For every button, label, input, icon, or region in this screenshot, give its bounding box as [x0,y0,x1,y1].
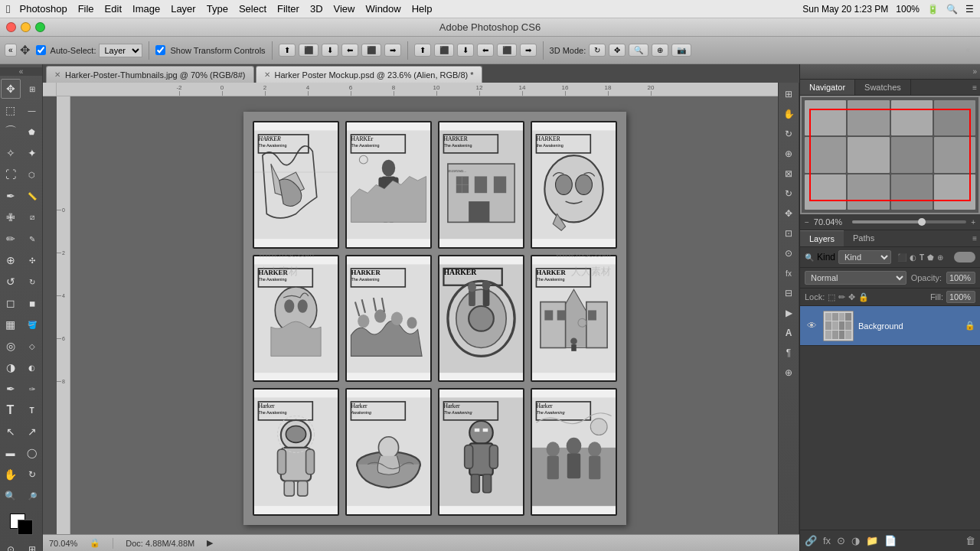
minimize-button[interactable] [21,22,31,32]
3d-zoom[interactable]: 🔍 [629,44,648,57]
path-select[interactable]: ↖ [1,422,21,442]
single-row-marquee[interactable]: — [22,100,42,120]
link-layers-btn[interactable]: 🔗 [805,535,817,546]
ruler-tool[interactable]: 📏 [22,186,42,206]
menu-select[interactable]: Select [239,3,266,15]
info-tool[interactable]: ⊕ [780,364,797,381]
panel-collapse-left[interactable]: « [5,44,17,57]
camera-tool[interactable]: ⊙ [780,245,797,262]
panel-menu-icon[interactable]: ≡ [972,83,977,92]
zoom-tool[interactable]: 🔍 [1,486,21,506]
filter-toggle[interactable] [954,252,975,262]
tab-0[interactable]: ✕ Harker-Poster-Thumbnails.jpg @ 70% (RG… [46,66,254,83]
play-rt-tool[interactable]: ▶ [780,305,797,321]
menu-window[interactable]: Window [365,3,400,15]
filter-type-icon[interactable]: T [920,253,924,262]
lock-all-icon[interactable]: 🔒 [858,292,869,302]
polygonal-lasso[interactable]: ⬟ [22,122,42,142]
new-adj-layer-btn[interactable]: ◑ [851,535,860,546]
background-color[interactable] [18,520,33,535]
panel-options-btn[interactable]: » [972,67,977,76]
lock-move-icon[interactable]: ✥ [848,292,855,302]
filter-kind-select[interactable]: Kind Name Effect Mode Attribute Color [838,250,891,264]
menu-help[interactable]: Help [412,3,433,15]
direct-select[interactable]: ↗ [22,422,42,442]
menu-photoshop[interactable]: Photoshop [19,3,67,15]
marquee-tool[interactable]: ⬚ [1,100,21,120]
align-hcenter[interactable]: ⬛ [361,44,381,57]
transform-checkbox[interactable] [155,45,165,55]
clone-tool[interactable]: ⊕ [1,250,21,270]
magic-wand[interactable]: ✦ [22,143,42,163]
layer-visibility-eye[interactable]: 👁 [805,319,818,333]
align-vcenter[interactable]: ⬛ [299,44,318,57]
fx-tool[interactable]: fx [780,265,797,282]
3d-camera[interactable]: 📷 [671,44,691,57]
distribute-vc[interactable]: ⬛ [434,44,454,57]
dodge-tool[interactable]: ◑ [1,357,21,377]
orbit-tool[interactable]: ↻ [780,126,797,142]
canvas-viewport[interactable]: HARKER The Awakening [70,96,799,534]
search-icon[interactable]: 🔍 [946,4,958,15]
tab-paths[interactable]: Paths [844,230,884,246]
zoom-in-icon[interactable]: + [971,218,975,227]
filter-pixel-icon[interactable]: ⬛ [897,253,906,262]
play-button[interactable]: ▶ [207,538,213,548]
new-group-btn[interactable]: 📁 [866,535,878,546]
delete-layer-btn[interactable]: 🗑 [965,535,975,546]
distribute-hc[interactable]: ⬛ [497,44,517,57]
sharpen-tool[interactable]: ◇ [22,336,42,356]
text-rt-tool[interactable]: A [780,324,797,341]
distribute-bottom[interactable]: ⬇ [457,44,474,57]
vertical-text[interactable]: T [22,400,42,420]
freeform-pen[interactable]: ✑ [22,379,42,399]
panel-collapse-right[interactable]: « [960,43,975,58]
menu-layer[interactable]: Layer [171,3,196,15]
menu-type[interactable]: Type [207,3,228,15]
pen-tool[interactable]: ✒ [1,379,21,399]
lasso-tool[interactable]: ⌒ [1,122,21,142]
pattern-stamp[interactable]: ✣ [22,250,42,270]
heal-tool[interactable]: ✙ [1,207,21,227]
quick-select-tool[interactable]: ✧ [1,143,21,163]
add-mask-btn[interactable]: ⊙ [837,535,845,546]
layer-lock-icon[interactable]: 🔒 [965,321,975,331]
rect-shape[interactable]: ▬ [1,443,21,463]
burn-tool[interactable]: ◐ [22,357,42,377]
tab-0-close[interactable]: ✕ [54,70,60,79]
brush-tool[interactable]: ✏ [1,229,21,249]
autoselect-select[interactable]: Layer Group [99,44,142,57]
lock-position-icon[interactable]: ✏ [838,292,845,302]
align-top[interactable]: ⬆ [279,44,296,57]
align-left[interactable]: ⬅ [341,44,358,57]
3d-extra[interactable]: ⊕ [652,44,668,57]
zoom-out-tool[interactable]: 🔎 [22,486,42,506]
filter-adjust-icon[interactable]: ◐ [910,253,916,262]
history-brush[interactable]: ↺ [1,272,21,292]
tab-swatches[interactable]: Swatches [855,80,911,95]
tab-1-close[interactable]: ✕ [264,70,270,79]
slide3d-tool[interactable]: ⊡ [780,225,797,242]
menu-view[interactable]: View [334,3,355,15]
filter-search-icon[interactable]: 🔍 [805,253,814,262]
text-tool[interactable]: T [1,400,21,420]
menu-file[interactable]: File [78,3,94,15]
zoom-out-icon[interactable]: − [805,218,809,227]
roll3d-tool[interactable]: ↻ [780,185,797,202]
ellipse-shape[interactable]: ◯ [22,443,42,463]
layer-row-background[interactable]: 👁 Background [800,306,980,346]
gradient-tool[interactable]: ▦ [1,315,21,334]
zoom-slider[interactable] [852,220,966,223]
align-bottom[interactable]: ⬇ [322,44,338,57]
menu-icon[interactable]: ☰ [965,4,974,15]
autoselect-checkbox[interactable] [36,45,46,55]
filter-shape-icon[interactable]: ⬟ [927,253,934,262]
close-button[interactable] [6,22,16,32]
add-style-btn[interactable]: fx [823,535,831,546]
pan3d-tool[interactable]: ✥ [780,205,797,222]
screen-mode[interactable]: ⊞ [22,540,42,551]
3d-orbit[interactable]: ↻ [589,44,606,57]
art-history-brush[interactable]: ↻ [22,272,42,292]
tab-1[interactable]: ✕ Harker Poster Mockup.psd @ 23.6% (Alie… [256,66,482,83]
fill-input[interactable] [946,291,975,303]
